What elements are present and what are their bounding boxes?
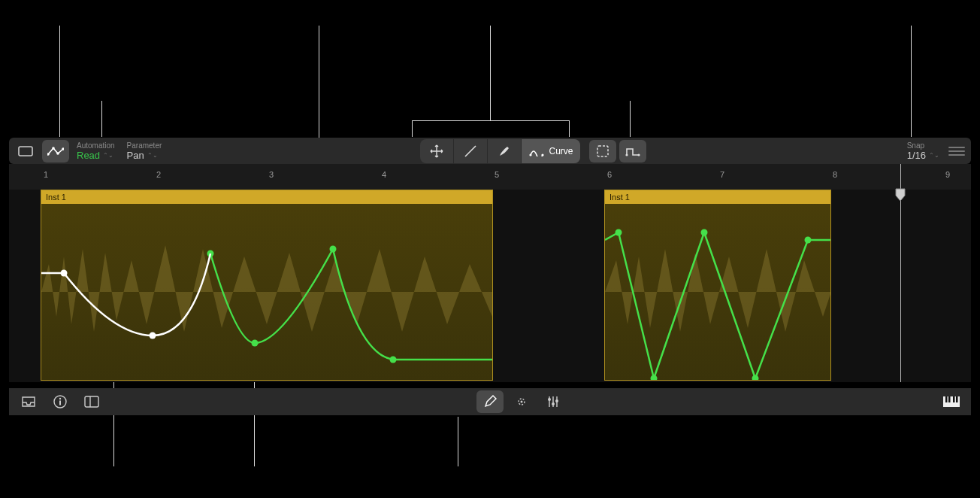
svg-point-20 <box>805 237 812 244</box>
svg-point-9 <box>638 153 640 156</box>
move-icon <box>429 144 444 159</box>
callout-line <box>458 417 458 466</box>
snap-label: Snap <box>907 141 924 150</box>
menu-button[interactable] <box>948 147 965 156</box>
parameter-label: Parameter <box>127 141 162 150</box>
svg-rect-32 <box>945 396 948 402</box>
rect-icon <box>18 146 33 156</box>
pencil-icon <box>483 395 497 408</box>
svg-point-28 <box>548 398 551 401</box>
info-icon <box>53 395 67 408</box>
callout-line <box>412 120 569 121</box>
snap-selector[interactable]: Snap 1/16⌃⌄ <box>907 141 939 161</box>
sidebar-icon <box>84 396 99 408</box>
info-button[interactable] <box>47 390 74 413</box>
snap-value: 1/16 <box>907 150 926 161</box>
svg-rect-23 <box>59 401 61 405</box>
piano-icon <box>943 396 960 407</box>
region-1[interactable]: Inst 1 <box>41 190 493 381</box>
ruler-tick: 1 <box>44 170 48 179</box>
svg-rect-7 <box>597 146 608 156</box>
ruler-tick: 6 <box>607 170 612 179</box>
callout-line <box>630 101 631 137</box>
piano-roll-button[interactable] <box>938 390 965 413</box>
pencil-tool-button[interactable] <box>476 390 504 413</box>
move-tool[interactable] <box>420 139 454 163</box>
ruler-tick: 8 <box>833 170 837 179</box>
svg-point-27 <box>521 401 523 403</box>
line-icon <box>463 144 478 159</box>
svg-point-22 <box>59 398 61 399</box>
svg-rect-34 <box>953 396 955 402</box>
chevron-updown-icon: ⌃⌄ <box>929 150 939 161</box>
svg-rect-35 <box>956 396 958 402</box>
svg-point-6 <box>542 153 544 156</box>
line-tool[interactable] <box>454 139 488 163</box>
mixer-icon <box>546 395 560 408</box>
svg-point-13 <box>390 357 397 363</box>
automation-view-button[interactable] <box>42 140 69 162</box>
curve-icon <box>529 146 544 156</box>
inbox-icon <box>21 396 36 408</box>
automation-toolbar: Automation Read⌃⌄ Parameter Pan⌃⌄ Curve <box>9 138 971 164</box>
svg-point-16 <box>616 229 622 236</box>
parameter-selector[interactable]: Parameter Pan⌃⌄ <box>127 141 162 161</box>
chevron-updown-icon: ⌃⌄ <box>103 150 113 161</box>
ruler-tick: 7 <box>720 170 724 179</box>
svg-point-19 <box>752 375 759 381</box>
svg-point-8 <box>626 153 628 156</box>
svg-rect-33 <box>948 396 951 402</box>
edit-tool-segment: Curve <box>420 139 580 163</box>
inbox-button[interactable] <box>15 390 42 413</box>
automation-mode-value: Read <box>77 150 100 161</box>
bar-ruler[interactable]: 1 2 3 4 5 6 7 8 9 <box>9 164 971 190</box>
svg-point-17 <box>651 375 658 381</box>
curve-tool-label: Curve <box>549 146 573 156</box>
callout-line <box>412 120 413 137</box>
focus-icon <box>514 394 529 409</box>
brush-icon <box>497 144 512 159</box>
svg-point-2 <box>52 147 55 150</box>
automation-icon <box>47 146 64 156</box>
svg-rect-24 <box>85 396 98 407</box>
ruler-tick: 9 <box>945 170 950 179</box>
svg-point-30 <box>555 399 558 402</box>
svg-point-3 <box>56 152 59 155</box>
callout-line <box>911 26 912 137</box>
automation-label: Automation <box>77 141 115 150</box>
parameter-value: Pan <box>127 150 144 161</box>
cycle-region-button[interactable] <box>12 140 39 162</box>
svg-point-29 <box>552 402 555 405</box>
svg-point-14 <box>61 270 68 277</box>
callout-line <box>59 26 60 137</box>
ruler-tick: 3 <box>269 170 274 179</box>
sidebar-toggle-button[interactable] <box>78 390 105 413</box>
svg-point-11 <box>252 340 259 347</box>
playhead-grip-icon <box>895 188 906 202</box>
track-area[interactable]: Inst 1 Inst 1 <box>9 190 971 382</box>
callout-line <box>569 120 570 137</box>
ruler-tick: 5 <box>495 170 499 179</box>
step-edit-button[interactable] <box>619 140 646 162</box>
automation-curve <box>605 204 830 380</box>
selection-tool-button[interactable] <box>589 140 616 162</box>
ruler-tick: 4 <box>382 170 386 179</box>
chevron-updown-icon: ⌃⌄ <box>147 150 158 161</box>
bottom-toolbar <box>9 388 971 415</box>
brush-tool[interactable] <box>488 139 522 163</box>
select-area-icon <box>596 144 609 158</box>
ruler-tick: 2 <box>156 170 161 179</box>
focus-button[interactable] <box>508 390 535 413</box>
mixer-button[interactable] <box>540 390 567 413</box>
step-icon <box>625 146 640 156</box>
svg-point-12 <box>330 246 337 253</box>
svg-rect-0 <box>19 147 32 156</box>
svg-point-5 <box>530 153 532 156</box>
curve-tool[interactable]: Curve <box>522 139 580 163</box>
region-name: Inst 1 <box>46 193 66 202</box>
region-2[interactable]: Inst 1 <box>604 190 831 381</box>
automation-mode-selector[interactable]: Automation Read⌃⌄ <box>77 141 115 161</box>
playhead[interactable] <box>900 164 901 382</box>
automation-curve <box>41 204 492 380</box>
svg-point-18 <box>701 229 708 236</box>
